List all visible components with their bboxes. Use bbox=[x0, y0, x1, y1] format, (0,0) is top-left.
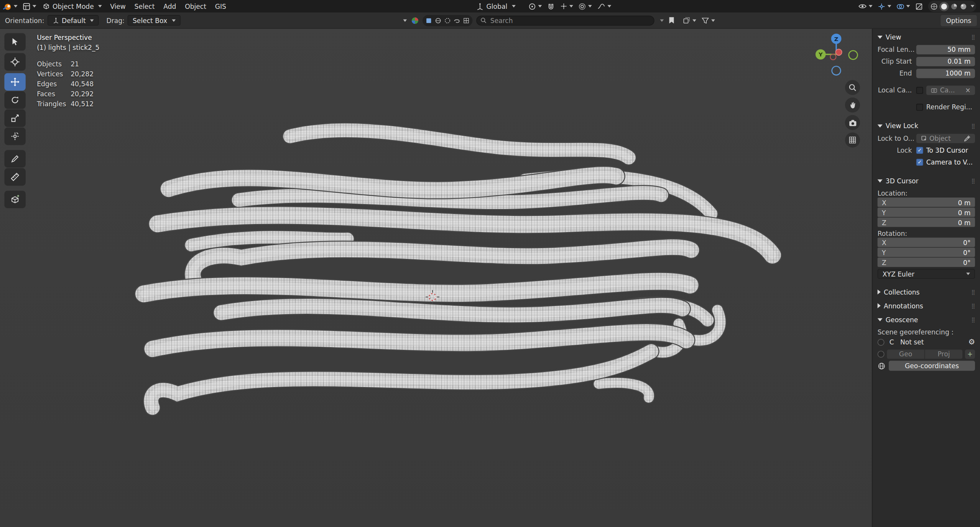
gear-icon[interactable]: ⚙ bbox=[968, 338, 975, 346]
show-visibility-dropdown[interactable] bbox=[856, 0, 875, 13]
copy-settings-dropdown[interactable] bbox=[680, 14, 699, 27]
ortho-toggle-button[interactable] bbox=[845, 133, 860, 148]
menu-gis[interactable]: GIS bbox=[210, 0, 230, 13]
geo-proj-radio[interactable] bbox=[878, 351, 885, 357]
navigation-gizmo[interactable]: Z Y bbox=[814, 31, 859, 78]
tool-header-expand-icon[interactable] bbox=[403, 19, 407, 22]
orientation-label: Orientation: bbox=[5, 16, 44, 24]
material-shading-icon bbox=[950, 2, 958, 10]
top-menu-bar: Object Mode View Select Add Object GIS G… bbox=[0, 0, 980, 13]
axis-z-negative-handle[interactable] bbox=[832, 66, 841, 75]
header-toggle-box-icon[interactable] bbox=[425, 16, 432, 24]
pivot-point-dropdown[interactable] bbox=[525, 0, 544, 13]
mode-dropdown[interactable]: Object Mode bbox=[39, 1, 106, 12]
show-gizmos-toggle[interactable] bbox=[875, 0, 894, 13]
zoom-view-button[interactable] bbox=[845, 80, 860, 95]
panel-header-view[interactable]: View ⣿ bbox=[873, 30, 980, 44]
panel-header-geoscene[interactable]: Geoscene ⣿ bbox=[873, 313, 980, 326]
cursor-location-y-field[interactable]: Y0 m bbox=[878, 208, 975, 217]
show-overlays-toggle[interactable] bbox=[894, 0, 913, 13]
panel-grip-icon[interactable]: ⣿ bbox=[971, 289, 975, 295]
menu-add[interactable]: Add bbox=[159, 0, 181, 13]
tool-annotate[interactable] bbox=[4, 150, 25, 168]
panel-header-collections[interactable]: Collections ⣿ bbox=[873, 285, 980, 299]
tool-add-cube[interactable] bbox=[4, 191, 25, 208]
panel-grip-icon[interactable]: ⣿ bbox=[971, 317, 975, 323]
stat-label: Edges bbox=[37, 79, 71, 89]
panel-header-view-lock[interactable]: View Lock ⣿ bbox=[873, 119, 980, 133]
add-crs-button[interactable]: + bbox=[965, 349, 975, 358]
rotation-mode-dropdown[interactable]: XYZ Euler bbox=[878, 269, 975, 279]
geo-coordinates-button[interactable]: Geo-coordinates bbox=[889, 361, 975, 371]
tool-select-box[interactable] bbox=[4, 33, 25, 51]
panel-grip-icon[interactable]: ⣿ bbox=[971, 303, 975, 309]
axis-x-handle[interactable] bbox=[835, 49, 842, 55]
panel-grip-icon[interactable]: ⣿ bbox=[971, 34, 975, 40]
shading-material-button[interactable] bbox=[950, 2, 958, 10]
cursor-rotation-z-field[interactable]: Z0° bbox=[878, 258, 975, 267]
panel-header-annotations[interactable]: Annotations ⣿ bbox=[873, 299, 980, 313]
transform-orientation-dropdown[interactable]: Global bbox=[473, 1, 519, 12]
options-button[interactable]: Options bbox=[940, 15, 977, 26]
render-region-checkbox[interactable] bbox=[916, 104, 923, 110]
local-camera-checkbox[interactable] bbox=[916, 87, 923, 94]
axis-x-negative-handle[interactable] bbox=[830, 54, 836, 60]
tool-move[interactable] bbox=[4, 73, 25, 91]
search-options-icon[interactable] bbox=[660, 19, 664, 22]
crs-radio[interactable] bbox=[878, 339, 885, 346]
chevron-down-icon bbox=[98, 5, 102, 8]
cursor-rotation-y-field[interactable]: Y0° bbox=[878, 248, 975, 257]
axis-y-negative-handle[interactable] bbox=[849, 51, 858, 59]
drag-dropdown[interactable]: Select Box bbox=[128, 15, 180, 26]
local-camera-field[interactable]: Ca... × bbox=[926, 86, 975, 95]
orientation-dropdown[interactable]: Default bbox=[48, 15, 99, 26]
clip-end-field[interactable]: 1000 m bbox=[916, 68, 975, 77]
header-toggle-lasso-icon[interactable] bbox=[453, 16, 460, 24]
header-toggle-grid-icon[interactable] bbox=[462, 16, 470, 24]
cursor-location-z-field[interactable]: Z0 m bbox=[878, 217, 975, 227]
snap-toggle[interactable] bbox=[544, 0, 557, 13]
fallback-tool-sphere-icon[interactable] bbox=[410, 16, 419, 25]
shading-wireframe-button[interactable] bbox=[930, 2, 938, 10]
close-icon[interactable]: × bbox=[965, 86, 970, 95]
menu-select[interactable]: Select bbox=[130, 0, 159, 13]
bookmark-icon[interactable] bbox=[668, 16, 675, 24]
cursor-rotation-x-field[interactable]: X0° bbox=[878, 237, 975, 247]
search-input[interactable] bbox=[476, 15, 654, 25]
filter-dropdown[interactable] bbox=[699, 14, 717, 27]
shading-rendered-button[interactable] bbox=[959, 2, 967, 10]
header-toggle-circle-icon[interactable] bbox=[444, 16, 451, 24]
tool-rotate[interactable] bbox=[4, 91, 25, 109]
to-3d-cursor-checkbox[interactable]: ✓ bbox=[916, 147, 923, 153]
pan-view-button[interactable] bbox=[845, 97, 860, 112]
tool-cursor[interactable] bbox=[4, 53, 25, 71]
geo-button[interactable]: Geo bbox=[887, 349, 924, 358]
editor-type-selector[interactable] bbox=[20, 0, 39, 13]
panel-grip-icon[interactable]: ⣿ bbox=[971, 123, 975, 128]
chevron-down-icon bbox=[569, 5, 573, 8]
shading-solid-button[interactable] bbox=[939, 2, 949, 11]
xray-toggle[interactable] bbox=[913, 0, 926, 13]
tool-transform[interactable] bbox=[4, 128, 25, 145]
blender-app-menu[interactable] bbox=[0, 0, 20, 13]
proportional-editing-toggle[interactable] bbox=[576, 0, 594, 13]
lock-to-object-field[interactable]: Object bbox=[916, 133, 975, 143]
eyedropper-icon[interactable] bbox=[964, 135, 971, 142]
cursor-location-x-field[interactable]: X0 m bbox=[878, 198, 975, 207]
clip-start-field[interactable]: 0.01 m bbox=[916, 57, 975, 66]
to-3d-cursor-label: To 3D Cursor bbox=[926, 146, 968, 154]
camera-to-view-checkbox[interactable]: ✓ bbox=[916, 158, 923, 165]
camera-view-button[interactable] bbox=[845, 115, 860, 130]
panel-grip-icon[interactable]: ⣿ bbox=[971, 178, 975, 184]
menu-view[interactable]: View bbox=[106, 0, 130, 13]
menu-object[interactable]: Object bbox=[181, 0, 211, 13]
header-toggle-sphere-icon[interactable] bbox=[434, 16, 442, 24]
tool-scale[interactable] bbox=[4, 109, 25, 127]
snap-settings-dropdown[interactable] bbox=[557, 0, 576, 13]
tool-measure[interactable] bbox=[4, 168, 25, 186]
3d-viewport-canvas[interactable] bbox=[0, 13, 873, 527]
proportional-falloff-dropdown[interactable] bbox=[594, 0, 614, 13]
proj-button[interactable]: Proj bbox=[925, 349, 963, 358]
focal-length-field[interactable]: 50 mm bbox=[916, 45, 975, 54]
panel-header-3d-cursor[interactable]: 3D Cursor ⣿ bbox=[873, 174, 980, 188]
